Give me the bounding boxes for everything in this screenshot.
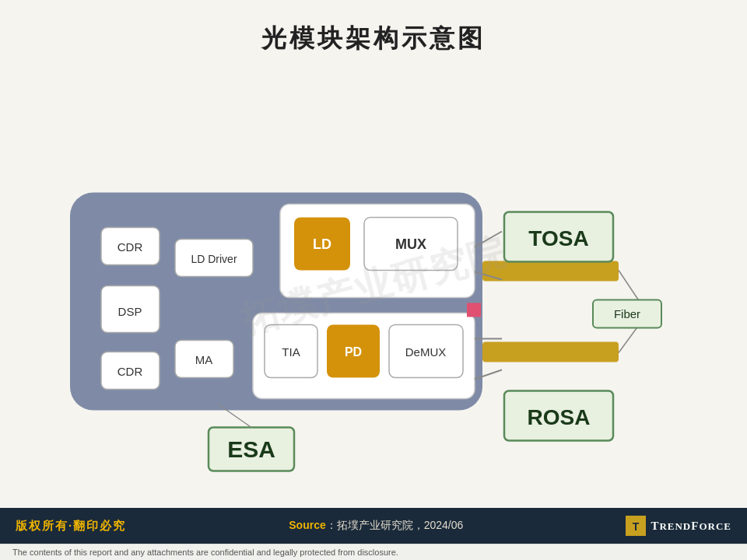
footer-bar: 版权所有·翻印必究 Source：拓墣产业研究院，2024/06 T TREND… <box>0 508 747 544</box>
source-label: Source <box>289 519 325 531</box>
footer-copyright: 版权所有·翻印必究 <box>16 519 126 534</box>
svg-text:PD: PD <box>345 345 362 359</box>
svg-text:Fiber: Fiber <box>614 307 640 320</box>
svg-text:ESA: ESA <box>227 436 275 462</box>
svg-rect-17 <box>467 303 481 317</box>
trendforce-icon: T <box>626 516 646 536</box>
diagram-svg: CDR DSP CDR LD Driver MA LD MUX <box>0 64 747 508</box>
svg-text:LD Driver: LD Driver <box>191 253 237 265</box>
diagram-area: 拓墣产业研究院 CDR DSP CDR <box>0 64 747 508</box>
main-container: 光模块架构示意图 拓墣产业研究院 CDR DSP CDR <box>0 0 747 560</box>
trendforce-name: TRENDFORCE <box>651 520 731 533</box>
source-text: ：拓墣产业研究院，2024/06 <box>326 519 464 531</box>
svg-text:DeMUX: DeMUX <box>405 345 447 359</box>
svg-text:LD: LD <box>313 236 331 252</box>
svg-text:T: T <box>633 520 640 533</box>
trendforce-logo: T TRENDFORCE <box>626 516 731 536</box>
svg-text:TOSA: TOSA <box>528 226 588 250</box>
svg-text:MA: MA <box>195 353 213 366</box>
svg-text:MUX: MUX <box>395 236 426 252</box>
disclaimer-bar: The contents of this report and any atta… <box>0 544 747 560</box>
footer-source: Source：拓墣产业研究院，2024/06 <box>289 519 463 533</box>
svg-rect-24 <box>482 261 619 282</box>
svg-text:ROSA: ROSA <box>528 405 591 429</box>
title-area: 光模块架构示意图 <box>0 0 747 64</box>
svg-text:CDR: CDR <box>117 365 143 378</box>
page-title: 光模块架构示意图 <box>261 24 486 52</box>
svg-rect-25 <box>482 342 619 362</box>
svg-text:TIA: TIA <box>282 345 300 359</box>
svg-text:CDR: CDR <box>117 240 143 254</box>
footer-brand: T TRENDFORCE <box>626 516 731 536</box>
disclaimer-text: The contents of this report and any atta… <box>12 548 398 557</box>
svg-text:DSP: DSP <box>118 305 142 318</box>
